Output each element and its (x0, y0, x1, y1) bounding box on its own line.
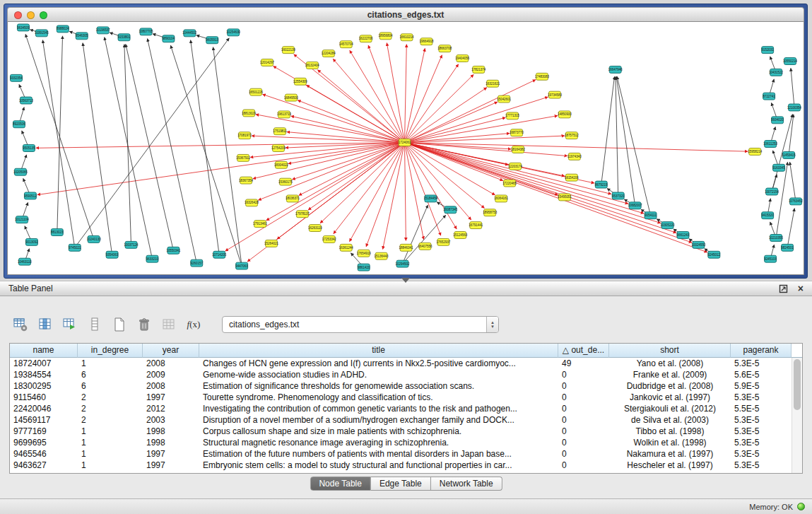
table-header-row: name in_degree year title △ out_de... sh… (10, 344, 802, 358)
svg-text:17220465: 17220465 (502, 182, 517, 185)
svg-text:10714205: 10714205 (212, 253, 226, 257)
table-cell: Changes of HCN gene expression and I(f) … (199, 358, 558, 369)
table-cell: 1 (78, 437, 143, 448)
row-view-icon[interactable] (86, 315, 104, 334)
table-cell: 18724007 (10, 358, 78, 369)
svg-text:10611253: 10611253 (763, 142, 777, 146)
network-selector-dropdown[interactable]: citations_edges.txt ▲▼ (222, 316, 499, 333)
svg-text:9605913: 9605913 (206, 38, 219, 42)
scrollbar-thumb[interactable] (794, 359, 801, 410)
close-window-button[interactable] (14, 11, 22, 19)
tab-node-table[interactable]: Node Table (310, 477, 371, 491)
new-table-icon[interactable] (110, 315, 129, 334)
table-cell: 0 (558, 380, 609, 392)
svg-text:16610214: 16610214 (400, 35, 414, 39)
zoom-window-button[interactable] (40, 11, 47, 19)
network-canvas[interactable]: 1724061181324041255430916849500196137191… (7, 22, 804, 275)
window-titlebar[interactable]: citations_edges.txt (7, 7, 804, 22)
table-row[interactable]: 969969511998Structural magnetic resonanc… (10, 437, 802, 448)
table-cell: 5.3E-5 (731, 448, 792, 460)
table-row[interactable]: 977716911998Corpus callosum shape and si… (10, 426, 802, 437)
table-cell: Wolkin et al. (1998) (609, 437, 731, 448)
close-panel-icon[interactable]: × (798, 284, 804, 293)
delete-table-icon[interactable] (135, 315, 153, 334)
table-cell: Hescheler et al. (1997) (609, 460, 731, 471)
svg-text:16154206: 16154206 (565, 176, 579, 180)
svg-text:9332354: 9332354 (10, 76, 23, 80)
table-cell: 9463627 (10, 460, 78, 471)
table-row[interactable]: 911546021997Tourette syndrome. Phenomeno… (10, 392, 802, 403)
svg-text:9447063: 9447063 (235, 264, 248, 268)
column-header-pagerank[interactable]: pagerank (731, 344, 792, 358)
column-header-name[interactable]: name (10, 344, 78, 358)
svg-text:10294502: 10294502 (396, 262, 410, 266)
table-cell: Corpus callosum shape and size in male p… (199, 426, 558, 437)
svg-text:18846341: 18846341 (399, 246, 413, 250)
svg-text:16222706: 16222706 (359, 37, 373, 40)
table-row[interactable]: 1456911722003Disruption of a novel membe… (10, 414, 802, 426)
svg-text:17253342: 17253342 (322, 238, 336, 241)
memory-status-icon (797, 503, 805, 510)
svg-text:8679219: 8679219 (595, 183, 608, 187)
add-column-icon[interactable] (36, 315, 54, 334)
table-cell: 5.3E-5 (731, 358, 792, 369)
table-body: 1872400712008Changes of HCN gene express… (10, 358, 802, 471)
svg-text:9354063: 9354063 (106, 253, 119, 257)
vertical-scrollbar[interactable] (792, 358, 802, 473)
table-cell: 49 (558, 358, 609, 369)
table-cell: 5.3E-5 (731, 437, 792, 448)
function-builder-icon[interactable]: f(x) (184, 315, 203, 334)
tab-network-table[interactable]: Network Table (431, 477, 502, 491)
svg-text:17483083: 17483083 (535, 75, 549, 78)
scrollbar-corner (792, 344, 802, 358)
svg-text:10682007: 10682007 (628, 204, 642, 207)
svg-text:10391545: 10391545 (35, 31, 49, 35)
svg-text:9537320: 9537320 (612, 194, 625, 198)
table-row[interactable]: 1872400712008Changes of HCN gene express… (10, 358, 802, 369)
table-settings-icon[interactable] (11, 315, 30, 334)
table-row[interactable]: 2242004622012Investigating the contribut… (10, 403, 802, 414)
svg-text:18304022: 18304022 (274, 163, 288, 167)
table-cell: 6 (78, 369, 143, 380)
table-cell: Yano et al. (2008) (609, 358, 731, 369)
table-cell: 5.3E-5 (731, 414, 792, 426)
column-header-year[interactable]: year (143, 344, 199, 358)
minimize-window-button[interactable] (27, 11, 35, 19)
table-cell: 1 (78, 448, 143, 460)
svg-text:10196537: 10196537 (96, 28, 110, 32)
svg-text:9824501: 9824501 (781, 246, 794, 250)
column-header-short[interactable]: short (609, 344, 731, 358)
citation-network-graph[interactable]: 1724061181324041255430916849500196137191… (8, 22, 804, 274)
table-cell: 5.5E-5 (731, 403, 792, 414)
table-row[interactable]: 1830029562008Estimation of significance … (10, 380, 802, 392)
table-cell: 0 (558, 414, 609, 426)
table-cell: 0 (558, 392, 609, 403)
function-label-suffix: (x) (189, 319, 200, 330)
svg-text:10444502: 10444502 (182, 31, 196, 35)
svg-text:16326428: 16326428 (245, 201, 259, 204)
float-panel-icon[interactable] (779, 284, 788, 293)
svg-text:19613719: 19613719 (277, 112, 291, 116)
svg-text:16501226: 16501226 (249, 90, 263, 94)
svg-text:12754209: 12754209 (271, 146, 286, 150)
svg-text:14570704: 14570704 (339, 42, 353, 46)
table-row[interactable]: 946362711997Embryonic stem cells: a mode… (10, 460, 802, 471)
import-table-icon[interactable] (61, 315, 79, 334)
table-row[interactable]: 1938455462009Genome-wide association stu… (10, 369, 802, 380)
table-cell: 2008 (143, 358, 199, 369)
panel-splitter-grip[interactable] (401, 278, 410, 283)
column-header-in-degree[interactable]: in_degree (78, 344, 143, 358)
column-header-title[interactable]: title (199, 344, 558, 358)
svg-text:19734583: 19734583 (548, 93, 562, 97)
table-row[interactable]: 946554611997Estimation of the future num… (10, 448, 802, 460)
svg-text:10563713: 10563713 (19, 99, 33, 103)
svg-text:9013092: 9013092 (25, 240, 38, 244)
svg-text:8920506: 8920506 (13, 122, 25, 126)
svg-text:9415320: 9415320 (761, 214, 774, 217)
table-disabled-icon (160, 315, 178, 334)
network-view-window: citations_edges.txt 17240611813240412554… (4, 4, 808, 279)
table-cell: 0 (558, 437, 609, 448)
svg-text:10550214: 10550214 (783, 59, 797, 63)
column-header-out-degree[interactable]: △ out_de... (558, 344, 609, 358)
tab-edge-table[interactable]: Edge Table (371, 477, 431, 491)
